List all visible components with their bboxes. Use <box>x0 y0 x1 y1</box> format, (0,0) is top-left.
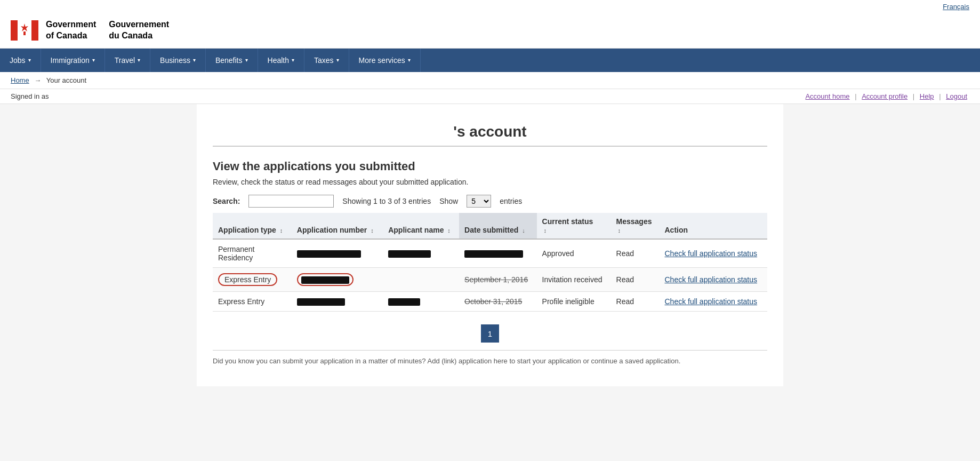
date-strikethrough: October 31, 2015 <box>464 297 522 306</box>
nav-item-travel[interactable]: Travel▾ <box>105 49 150 72</box>
app-type-cell: PermanentResidency <box>213 239 292 268</box>
date-submitted-cell: October 31, 2015 <box>459 291 537 311</box>
action-cell[interactable]: Check full application status <box>660 239 768 268</box>
status-cell: Invitation received <box>537 267 611 291</box>
signed-in-label: Signed in as <box>11 92 49 100</box>
table-controls: Search: Showing 1 to 3 of 3 entries Show… <box>213 195 767 208</box>
messages-cell: Read <box>611 239 660 268</box>
canada-flag-logo <box>11 20 38 41</box>
page-title: 's account <box>213 115 767 147</box>
app-number-cell <box>292 267 383 291</box>
nav-item-more-services[interactable]: More services▾ <box>349 49 421 72</box>
government-name-fr: Gouvernement du Canada <box>109 19 169 42</box>
breadcrumb-arrow: → <box>34 76 41 84</box>
search-input[interactable] <box>248 195 334 208</box>
action-cell[interactable]: Check full application status <box>660 291 768 311</box>
app-number-cell <box>292 291 383 311</box>
nav-item-immigration[interactable]: Immigration▾ <box>41 49 105 72</box>
account-links: Account home | Account profile | Help | … <box>803 92 969 100</box>
breadcrumb: Home → Your account <box>0 72 980 89</box>
svg-rect-4 <box>23 31 26 35</box>
date-submitted-cell: September 1, 2016 <box>459 267 537 291</box>
date-strikethrough: September 1, 2016 <box>464 275 528 284</box>
col-header-date-submitted[interactable]: Date submitted ↓ <box>459 213 537 239</box>
account-profile-link[interactable]: Account profile <box>862 92 907 100</box>
applications-table: Application type ↕ Application number ↕ … <box>213 213 767 312</box>
applicant-name-cell <box>383 291 459 311</box>
logout-link[interactable]: Logout <box>946 92 967 100</box>
nav-item-jobs[interactable]: Jobs▾ <box>0 49 41 72</box>
show-label: Show <box>439 197 458 205</box>
app-type-cell: Express Entry <box>213 267 292 291</box>
messages-cell: Read <box>611 291 660 311</box>
show-entries-select[interactable]: 5 10 25 <box>467 195 491 208</box>
nav-item-health[interactable]: Health▾ <box>258 49 304 72</box>
nav-item-business[interactable]: Business▾ <box>150 49 206 72</box>
table-row: PermanentResidency Approved Read Check f… <box>213 239 767 268</box>
applicant-name-cell <box>383 239 459 268</box>
breadcrumb-home[interactable]: Home <box>11 76 29 84</box>
col-header-applicant-name[interactable]: Applicant name ↕ <box>383 213 459 239</box>
col-header-messages[interactable]: Messages ↕ <box>611 213 660 239</box>
check-status-link[interactable]: Check full application status <box>665 249 758 258</box>
express-entry-circled: Express Entry <box>218 273 277 286</box>
nav-item-benefits[interactable]: Benefits▾ <box>206 49 258 72</box>
help-link[interactable]: Help <box>920 92 934 100</box>
action-cell[interactable]: Check full application status <box>660 267 768 291</box>
col-header-app-type[interactable]: Application type ↕ <box>213 213 292 239</box>
government-name: Government of Canada <box>46 19 96 42</box>
date-submitted-cell <box>459 239 537 268</box>
app-type-cell: Express Entry <box>213 291 292 311</box>
app-number-cell <box>292 239 383 268</box>
table-row: Express Entry October 31, 2015 Profile i… <box>213 291 767 311</box>
messages-cell: Read <box>611 267 660 291</box>
svg-rect-0 <box>11 20 18 41</box>
nav-item-taxes[interactable]: Taxes▾ <box>304 49 349 72</box>
french-link[interactable]: Français <box>943 3 969 11</box>
site-header: Government of Canada Gouvernement du Can… <box>0 13 980 49</box>
search-label: Search: <box>213 197 240 205</box>
account-home-link[interactable]: Account home <box>805 92 849 100</box>
status-cell: Profile ineligible <box>537 291 611 311</box>
col-header-action: Action <box>660 213 768 239</box>
page-1-button[interactable]: 1 <box>481 324 499 343</box>
section-title: View the applications you submitted <box>213 160 767 173</box>
breadcrumb-current: Your account <box>46 76 86 84</box>
main-content: 's account View the applications you sub… <box>197 104 783 387</box>
applicant-name-cell <box>383 267 459 291</box>
status-cell: Approved <box>537 239 611 268</box>
pagination: 1 <box>213 324 767 343</box>
bottom-text: Did you know you can submit your applica… <box>213 350 767 365</box>
app-number-circled <box>297 273 354 286</box>
top-bar: Français <box>0 0 980 13</box>
svg-rect-2 <box>31 20 38 41</box>
svg-rect-1 <box>18 20 31 41</box>
col-header-current-status[interactable]: Current status ↕ <box>537 213 611 239</box>
check-status-link[interactable]: Check full application status <box>665 297 758 306</box>
table-row: Express Entry September 1, 2016 Invitati… <box>213 267 767 291</box>
account-bar: Signed in as Account home | Account prof… <box>0 89 980 104</box>
col-header-app-number[interactable]: Application number ↕ <box>292 213 383 239</box>
entries-label: entries <box>500 197 522 205</box>
showing-info: Showing 1 to 3 of 3 entries <box>342 197 431 205</box>
section-description: Review, check the status or read message… <box>213 178 767 186</box>
main-navigation: Jobs▾ Immigration▾ Travel▾ Business▾ Ben… <box>0 49 980 72</box>
check-status-link[interactable]: Check full application status <box>665 275 758 284</box>
